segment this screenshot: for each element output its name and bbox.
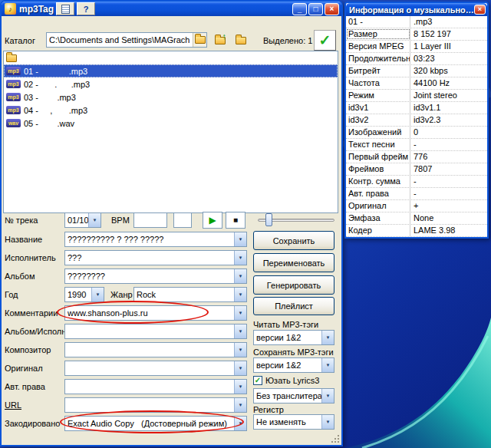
- info-close-button[interactable]: ×: [474, 5, 486, 15]
- encoded-by-field[interactable]: ▼: [64, 416, 247, 431]
- titlebar[interactable]: ♪ mp3Tag ? _ □ ×: [2, 2, 341, 16]
- album-field[interactable]: ▼: [64, 268, 247, 284]
- bpm-input[interactable]: [134, 213, 166, 227]
- chevron-down-icon[interactable]: ▼: [234, 232, 246, 246]
- chevron-down-icon[interactable]: ▼: [88, 213, 101, 227]
- composer-field[interactable]: ▼: [64, 342, 247, 357]
- file-list[interactable]: mp3 01 - .mp3 mp3 02 - . .mp3 mp3 03 - .…: [3, 51, 338, 213]
- album-artist-field[interactable]: ▼: [64, 324, 247, 339]
- info-row: КодерLAME 3.98: [346, 225, 487, 237]
- artist-label: Исполнитель: [5, 253, 56, 262]
- write-tags-value: версии 1&2: [254, 358, 321, 372]
- genre-combo[interactable]: Rock ▼: [133, 287, 247, 302]
- chevron-down-icon[interactable]: ▼: [91, 288, 104, 301]
- comment-input[interactable]: [65, 306, 234, 320]
- original-field[interactable]: ▼: [64, 361, 247, 376]
- info-window-controls: ×: [474, 5, 486, 15]
- chevron-down-icon[interactable]: ▼: [234, 361, 246, 375]
- chevron-down-icon[interactable]: ▼: [234, 398, 246, 412]
- artist-field[interactable]: ▼: [64, 250, 247, 265]
- bpm-field[interactable]: [133, 212, 167, 228]
- read-tags-combo[interactable]: версии 1&2 ▼: [253, 330, 334, 345]
- report-icon: [61, 5, 70, 14]
- chevron-down-icon[interactable]: ▼: [321, 358, 334, 372]
- info-label: 01 -: [346, 16, 410, 28]
- chevron-down-icon[interactable]: ▼: [234, 324, 246, 338]
- case-combo[interactable]: Не изменять ▼: [253, 414, 334, 430]
- chevron-down-icon[interactable]: ▼: [234, 288, 246, 301]
- original-input[interactable]: [65, 361, 234, 375]
- composer-input[interactable]: [65, 343, 234, 357]
- chevron-down-icon[interactable]: ▼: [321, 389, 334, 403]
- close-button[interactable]: ×: [325, 3, 339, 15]
- title-field[interactable]: ▼: [64, 232, 247, 247]
- chevron-down-icon[interactable]: ▼: [234, 306, 246, 320]
- rename-button[interactable]: Переименовать: [253, 253, 334, 272]
- chevron-down-icon[interactable]: ▼: [234, 251, 246, 265]
- encoded-by-input[interactable]: [65, 417, 234, 430]
- catalog-path-field[interactable]: [46, 32, 207, 48]
- read-tags-label: Читать MP3-тэги: [253, 320, 318, 329]
- file-row[interactable]: wav 05 - .wav: [4, 117, 338, 130]
- chevron-down-icon[interactable]: ▼: [234, 380, 246, 394]
- slider-thumb[interactable]: [265, 213, 272, 226]
- minimize-button[interactable]: _: [292, 3, 307, 15]
- open-folder-button[interactable]: [232, 32, 249, 48]
- year-combo[interactable]: 1990 ▼: [64, 287, 104, 302]
- help-button[interactable]: ?: [77, 2, 95, 15]
- info-label: id3v2: [346, 114, 410, 126]
- file-name: 02 - . .mp3: [24, 80, 90, 89]
- url-field[interactable]: ▼: [64, 397, 247, 413]
- info-titlebar[interactable]: Информация о музыкальном ф... ×: [346, 3, 487, 16]
- file-name: 04 - , .mp3: [24, 106, 87, 115]
- file-row-parent[interactable]: [4, 51, 338, 64]
- write-tags-label: Сохранять MP3-тэги: [253, 348, 334, 357]
- report-button[interactable]: [56, 2, 74, 15]
- info-value: LAME 3.98: [410, 225, 487, 236]
- chevron-down-icon[interactable]: ▼: [234, 269, 246, 283]
- playlist-button[interactable]: Плейлист: [253, 297, 334, 315]
- lyrics3-checkbox-row[interactable]: ✓ Юзать Lyrics3: [253, 376, 319, 385]
- file-row-selected[interactable]: mp3 01 - .mp3: [4, 64, 338, 77]
- chevron-down-icon[interactable]: ▼: [234, 417, 246, 430]
- file-row[interactable]: mp3 03 - .mp3: [4, 91, 338, 104]
- playback-slider[interactable]: [258, 213, 334, 227]
- album-artist-input[interactable]: [65, 324, 234, 338]
- track-number-label: № трека: [5, 216, 38, 225]
- transliteration-combo[interactable]: Без транслитера ▼: [253, 388, 334, 404]
- window-controls: _ □ ×: [292, 3, 339, 15]
- file-row[interactable]: mp3 02 - . .mp3: [4, 77, 338, 91]
- bpm-label: BPM: [111, 216, 130, 225]
- title-input[interactable]: [65, 232, 234, 246]
- bpm-extra-field[interactable]: [173, 212, 192, 228]
- info-row: Изображений0: [346, 127, 487, 139]
- play-button[interactable]: ▶: [203, 212, 222, 229]
- chevron-down-icon[interactable]: ▼: [321, 331, 334, 344]
- write-tags-combo[interactable]: версии 1&2 ▼: [253, 357, 334, 373]
- comment-field[interactable]: ▼: [64, 305, 247, 321]
- save-button[interactable]: Сохранить: [253, 231, 334, 250]
- copyright-input[interactable]: [65, 380, 234, 394]
- stop-button[interactable]: ■: [226, 212, 246, 229]
- info-row: Контр. сумма-: [346, 176, 487, 188]
- album-input[interactable]: [65, 269, 234, 283]
- parent-folder-button[interactable]: ↑: [211, 32, 229, 48]
- copyright-field[interactable]: ▼: [64, 379, 247, 394]
- bpm-extra-input[interactable]: [174, 213, 191, 227]
- info-value: 776: [410, 151, 487, 163]
- checkbox-checked-icon[interactable]: ✓: [253, 376, 262, 385]
- generate-button[interactable]: Генерировать: [253, 275, 334, 295]
- catalog-path-input[interactable]: [47, 33, 193, 47]
- browse-folder-button[interactable]: [193, 33, 206, 47]
- confirm-button[interactable]: ✓: [314, 30, 336, 51]
- artist-input[interactable]: [65, 251, 234, 265]
- file-row[interactable]: mp3 04 - , .mp3: [4, 104, 338, 117]
- info-value: .mp3: [410, 16, 487, 28]
- chevron-down-icon[interactable]: ▼: [234, 343, 246, 357]
- resize-grip[interactable]: [329, 433, 340, 443]
- chevron-down-icon[interactable]: ▼: [321, 415, 334, 429]
- track-number-value: 01/10: [65, 213, 88, 227]
- track-number-combo[interactable]: 01/10 ▼: [64, 212, 101, 228]
- maximize-button[interactable]: □: [308, 3, 323, 15]
- url-input[interactable]: [65, 398, 234, 412]
